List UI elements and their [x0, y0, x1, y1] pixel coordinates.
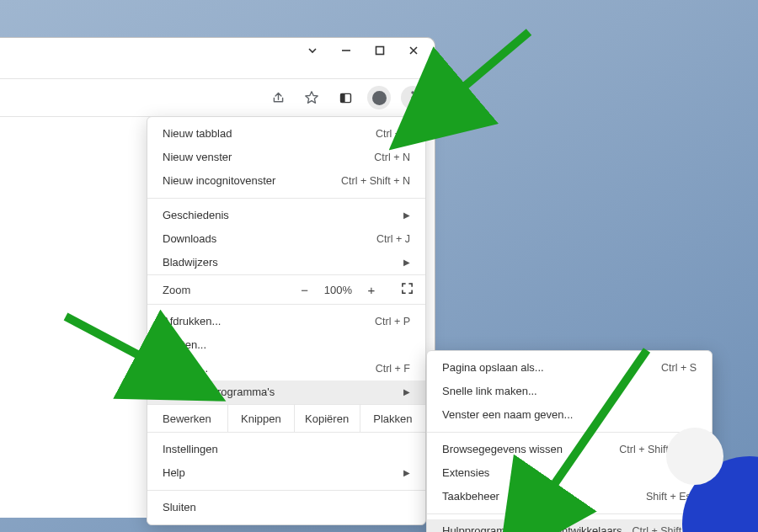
menu-history[interactable]: Geschiedenis▶: [147, 204, 425, 227]
menu-separator: [147, 490, 425, 491]
annotation-arrow: [445, 27, 537, 114]
menu-item-label: Pagina opslaan als...: [442, 356, 544, 380]
desktop-wallpaper-decoration: [649, 423, 758, 532]
shortcut-text: Ctrl + P: [375, 310, 410, 333]
menu-item-label: Sluiten: [163, 496, 196, 519]
menu-find[interactable]: Zoeken...Ctrl + F: [147, 357, 425, 380]
menu-item-label: Snelle link maken...: [442, 380, 537, 403]
zoom-in-button[interactable]: +: [364, 283, 379, 297]
edit-cut-button[interactable]: Knippen: [227, 405, 293, 432]
menu-separator: [147, 198, 425, 199]
menu-item-label: Zoeken...: [163, 357, 208, 380]
menu-more-tools[interactable]: Meer hulpprogramma's▶: [147, 380, 425, 404]
menu-settings[interactable]: Instellingen: [147, 438, 425, 461]
menu-incognito[interactable]: Nieuw incognitovensterCtrl + Shift + N: [147, 169, 425, 193]
tab-dropdown-icon[interactable]: [307, 45, 318, 56]
side-panel-icon[interactable]: [334, 86, 357, 109]
menu-item-label: Taakbeheer: [442, 485, 499, 508]
svg-rect-1: [376, 47, 384, 55]
shortcut-text: Ctrl + F: [376, 357, 410, 380]
edit-label: Bewerken: [147, 405, 227, 432]
submenu-arrow-icon: ▶: [403, 461, 410, 485]
menu-item-label: Nieuw incognitovenster: [163, 169, 275, 193]
submenu-arrow-icon: ▶: [403, 251, 410, 274]
browser-toolbar: [0, 78, 435, 117]
shortcut-text: Ctrl + T: [376, 122, 410, 146]
profile-avatar-icon[interactable]: [367, 86, 391, 109]
shortcut-text: Ctrl + N: [374, 146, 410, 169]
svg-point-4: [411, 91, 414, 93]
menu-item-label: Downloads: [163, 227, 216, 251]
menu-item-label: Venster een naam geven...: [442, 403, 573, 427]
menu-new-tab[interactable]: Nieuw tabbladCtrl + T: [147, 122, 425, 146]
menu-item-label: Browsegegevens wissen: [442, 438, 563, 461]
shortcut-text: Ctrl + J: [376, 227, 410, 251]
menu-item-label: Zoom: [163, 284, 190, 296]
menu-item-label: Instellingen: [163, 438, 218, 461]
close-window-button[interactable]: [408, 45, 419, 56]
bookmark-star-icon[interactable]: [300, 86, 323, 109]
window-controls: [307, 45, 419, 56]
svg-point-11: [666, 428, 723, 485]
zoom-value: 100%: [324, 284, 352, 296]
menu-item-label: Meer hulpprogramma's: [163, 380, 275, 404]
menu-zoom-row: Zoom − 100% +: [147, 274, 425, 305]
menu-item-label: Nieuw tabblad: [163, 122, 232, 146]
svg-point-5: [411, 96, 414, 98]
svg-line-7: [453, 32, 529, 96]
menu-downloads[interactable]: DownloadsCtrl + J: [147, 227, 425, 251]
menu-item-label: Hulpprogramma's voor ontwikkelaars: [442, 519, 622, 532]
menu-item-label: Geschiedenis: [163, 204, 229, 227]
maximize-button[interactable]: [374, 45, 386, 56]
menu-item-label: Help: [163, 461, 185, 485]
menu-cast[interactable]: Casten...: [147, 333, 425, 357]
submenu-create-shortcut[interactable]: Snelle link maken...: [427, 380, 712, 403]
menu-edit-row: Bewerken Knippen Kopiëren Plakken: [147, 404, 425, 433]
zoom-out-button[interactable]: −: [297, 283, 312, 297]
submenu-arrow-icon: ▶: [403, 204, 410, 227]
submenu-save-as[interactable]: Pagina opslaan als...Ctrl + S: [427, 356, 712, 380]
edit-paste-button[interactable]: Plakken: [360, 405, 425, 432]
svg-rect-3: [340, 93, 344, 102]
menu-item-label: Nieuw venster: [163, 146, 232, 169]
edit-copy-button[interactable]: Kopiëren: [294, 405, 360, 432]
menu-bookmarks[interactable]: Bladwijzers▶: [147, 251, 425, 274]
svg-point-6: [411, 101, 414, 104]
menu-item-label: Extensies: [442, 461, 489, 485]
menu-help[interactable]: Help▶: [147, 461, 425, 485]
menu-item-label: Afdrukken...: [163, 310, 221, 333]
submenu-arrow-icon: ▶: [403, 380, 410, 404]
fullscreen-icon[interactable]: [401, 282, 414, 297]
menu-print[interactable]: Afdrukken...Ctrl + P: [147, 310, 425, 333]
shortcut-text: Ctrl + S: [661, 356, 697, 380]
kebab-menu-icon[interactable]: [401, 86, 424, 109]
menu-new-window[interactable]: Nieuw vensterCtrl + N: [147, 146, 425, 169]
menu-exit[interactable]: Sluiten: [147, 496, 425, 519]
share-icon[interactable]: [266, 86, 290, 109]
menu-item-label: Casten...: [163, 333, 206, 357]
shortcut-text: Ctrl + Shift + N: [341, 169, 410, 193]
chrome-main-menu: Nieuw tabbladCtrl + T Nieuw vensterCtrl …: [147, 116, 426, 525]
minimize-button[interactable]: [340, 45, 352, 56]
menu-item-label: Bladwijzers: [163, 251, 218, 274]
